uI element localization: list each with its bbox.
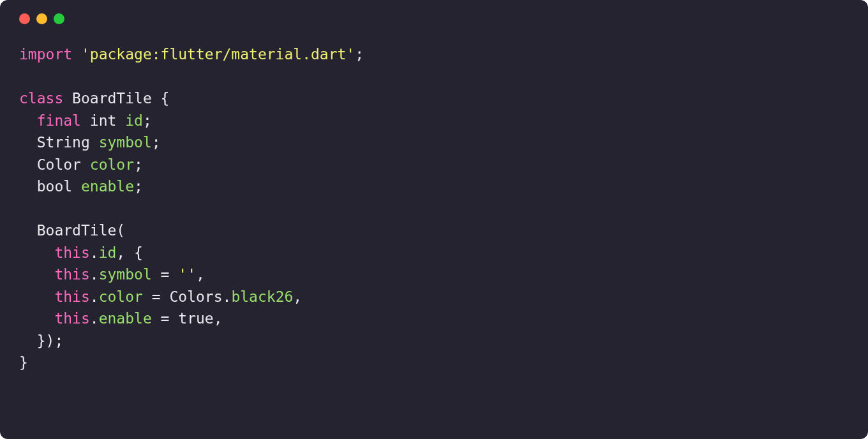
- code-line: final int id;: [19, 110, 849, 132]
- code-line: this.id, {: [19, 242, 849, 264]
- token-type: bool: [37, 178, 72, 195]
- token-punc: ;: [143, 112, 152, 129]
- token-punc: .: [223, 288, 232, 305]
- token-punc: ;: [152, 134, 161, 151]
- token-name: black26: [231, 288, 293, 305]
- token-name: symbol: [99, 266, 152, 283]
- token-type: Color: [37, 156, 81, 173]
- editor-window: import 'package:flutter/material.dart'; …: [0, 0, 868, 439]
- token-punc: .: [90, 266, 99, 283]
- token-name: id: [125, 112, 143, 129]
- token-name: enable: [81, 178, 134, 195]
- code-line: Color color;: [19, 154, 849, 176]
- token-punc: .: [90, 244, 99, 261]
- token-punc: {: [152, 90, 170, 107]
- token-punc: ,: [214, 310, 223, 327]
- token-key: this: [54, 288, 89, 305]
- token-name: symbol: [99, 134, 152, 151]
- token-punc: [63, 90, 72, 107]
- code-line: class BoardTile {: [19, 87, 849, 110]
- token-punc: ,: [196, 266, 205, 283]
- token-key: this: [54, 310, 89, 327]
- token-name: color: [90, 156, 134, 173]
- token-key: this: [54, 244, 89, 261]
- token-punc: [19, 178, 37, 195]
- token-punc: =: [143, 288, 170, 305]
- token-key: final: [37, 112, 81, 129]
- code-line: [19, 66, 849, 88]
- token-punc: =: [152, 310, 179, 327]
- code-line: });: [19, 330, 849, 352]
- token-punc: (: [116, 222, 125, 239]
- token-punc: ;: [355, 46, 364, 63]
- close-icon[interactable]: [19, 13, 30, 24]
- token-type: true: [178, 310, 213, 327]
- token-punc: [72, 178, 81, 195]
- window-titlebar: [0, 0, 868, 24]
- token-punc: [116, 112, 125, 129]
- token-punc: [19, 288, 54, 305]
- token-key: this: [54, 266, 89, 283]
- token-type: BoardTile: [37, 222, 117, 239]
- code-line: this.enable = true,: [19, 308, 849, 330]
- code-line: this.symbol = '',: [19, 264, 849, 286]
- token-punc: [81, 112, 90, 129]
- code-line: }: [19, 352, 849, 374]
- token-punc: [90, 134, 99, 151]
- token-punc: });: [19, 332, 63, 349]
- token-punc: [19, 244, 54, 261]
- token-type: Colors: [169, 288, 222, 305]
- token-punc: [19, 112, 37, 129]
- token-punc: =: [152, 266, 179, 283]
- code-line: bool enable;: [19, 175, 849, 198]
- token-punc: .: [90, 288, 99, 305]
- token-punc: }: [19, 354, 28, 371]
- token-punc: .: [90, 310, 99, 327]
- token-name: id: [99, 244, 117, 261]
- token-key: import: [19, 46, 72, 63]
- token-punc: [19, 156, 37, 173]
- token-type: BoardTile: [72, 90, 152, 107]
- code-line: BoardTile(: [19, 220, 849, 242]
- token-punc: [19, 266, 54, 283]
- token-str: 'package:flutter/material.dart': [81, 46, 355, 63]
- token-punc: ,: [293, 288, 302, 305]
- token-punc: [19, 134, 37, 151]
- token-key: class: [19, 90, 63, 107]
- token-punc: [72, 46, 81, 63]
- token-type: String: [37, 134, 90, 151]
- token-punc: [19, 222, 37, 239]
- token-str: '': [178, 266, 196, 283]
- code-line: import 'package:flutter/material.dart';: [19, 43, 849, 66]
- token-punc: [81, 156, 90, 173]
- token-punc: , {: [116, 244, 143, 261]
- token-type: int: [90, 112, 117, 129]
- token-punc: [19, 310, 54, 327]
- minimize-icon[interactable]: [36, 13, 47, 24]
- zoom-icon[interactable]: [54, 13, 64, 24]
- token-punc: ;: [134, 178, 143, 195]
- code-block: import 'package:flutter/material.dart'; …: [0, 24, 868, 374]
- token-punc: ;: [134, 156, 143, 173]
- code-line: [19, 198, 849, 220]
- token-name: color: [99, 288, 143, 305]
- code-line: this.color = Colors.black26,: [19, 286, 849, 308]
- code-line: String symbol;: [19, 131, 849, 154]
- token-name: enable: [99, 310, 152, 327]
